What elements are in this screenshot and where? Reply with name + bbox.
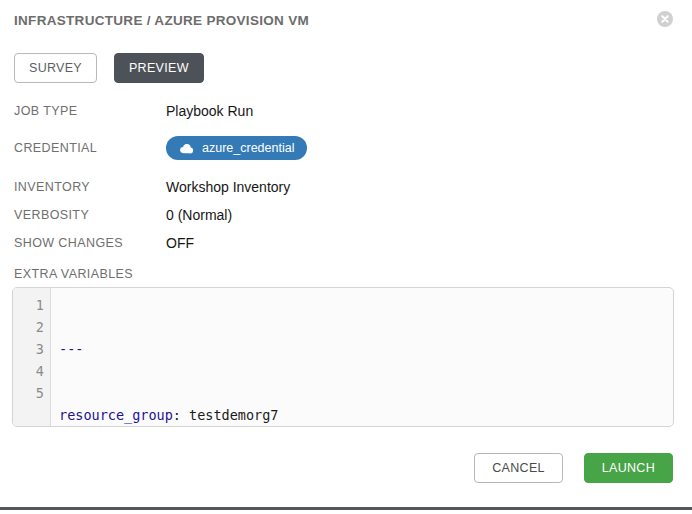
show-changes-label: SHOW CHANGES (14, 236, 166, 250)
tab-survey[interactable]: SURVEY (14, 53, 97, 83)
extra-variables-label: EXTRA VARIABLES (14, 267, 133, 281)
cloud-icon (179, 143, 194, 154)
field-row-inventory: INVENTORY Workshop Inventory (14, 177, 678, 197)
editor-code-area[interactable]: --- resource_group: testdemorg7 location… (51, 288, 673, 426)
line-number: 3 (13, 338, 44, 360)
field-row-credential: CREDENTIAL azure_credential (14, 136, 678, 160)
show-changes-value: OFF (166, 235, 194, 251)
launch-button[interactable]: LAUNCH (584, 453, 673, 483)
editor-line-number-gutter: 1 2 3 4 5 (13, 288, 51, 426)
page-title: INFRASTRUCTURE / AZURE PROVISION VM (14, 13, 309, 28)
code-line: resource_group: testdemorg7 (59, 404, 673, 426)
verbosity-label: VERBOSITY (14, 208, 166, 222)
cancel-button[interactable]: CANCEL (474, 453, 563, 483)
tab-preview[interactable]: PREVIEW (114, 53, 204, 83)
credential-badge-label: azure_credential (202, 141, 294, 155)
code-line: --- (59, 338, 673, 360)
verbosity-value: 0 (Normal) (166, 207, 232, 223)
times-circle-glyph (657, 11, 673, 27)
job-type-value: Playbook Run (166, 103, 253, 119)
line-number: 2 (13, 316, 44, 338)
tab-bar: SURVEY PREVIEW (14, 53, 204, 83)
credential-badge[interactable]: azure_credential (166, 136, 307, 160)
line-number: 1 (13, 294, 44, 316)
extra-variables-editor[interactable]: 1 2 3 4 5 --- resource_group: testdemorg… (12, 287, 674, 427)
credential-label: CREDENTIAL (14, 141, 166, 155)
bottom-divider (0, 507, 692, 510)
line-number: 5 (13, 382, 44, 404)
close-icon[interactable] (657, 11, 673, 27)
inventory-label: INVENTORY (14, 180, 166, 194)
modal-footer: CANCEL LAUNCH (474, 453, 673, 483)
line-number: 4 (13, 360, 44, 382)
job-type-label: JOB TYPE (14, 104, 166, 118)
inventory-value: Workshop Inventory (166, 179, 290, 195)
field-row-show-changes: SHOW CHANGES OFF (14, 233, 678, 253)
field-row-job-type: JOB TYPE Playbook Run (14, 101, 678, 121)
job-launch-preview-modal: INFRASTRUCTURE / AZURE PROVISION VM SURV… (0, 0, 692, 514)
field-row-verbosity: VERBOSITY 0 (Normal) (14, 205, 678, 225)
